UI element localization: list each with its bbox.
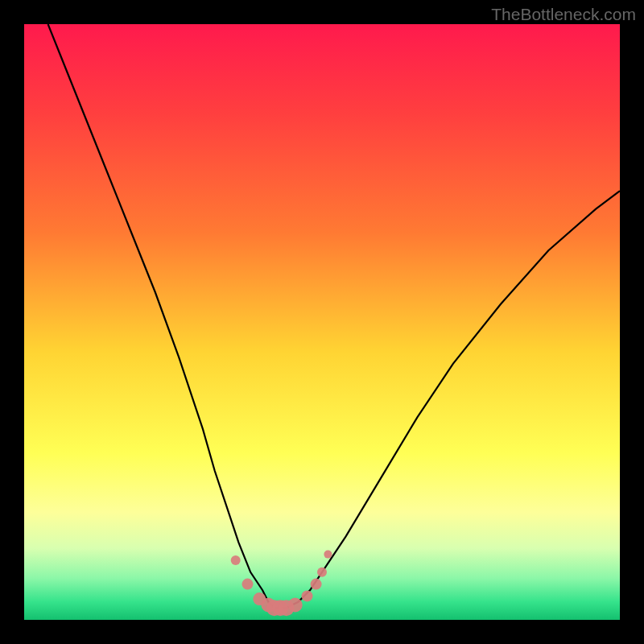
chart-svg — [24, 24, 620, 620]
watermark-text: TheBottleneck.com — [491, 5, 636, 24]
gradient-background — [24, 24, 620, 620]
marker-dot — [317, 568, 327, 577]
marker-dot — [302, 590, 313, 601]
marker-dot — [231, 555, 241, 565]
marker-dot — [311, 579, 322, 590]
marker-dot — [288, 598, 303, 613]
marker-dot — [242, 579, 254, 590]
marker-dot — [324, 551, 332, 559]
chart-plot-area — [24, 24, 620, 620]
